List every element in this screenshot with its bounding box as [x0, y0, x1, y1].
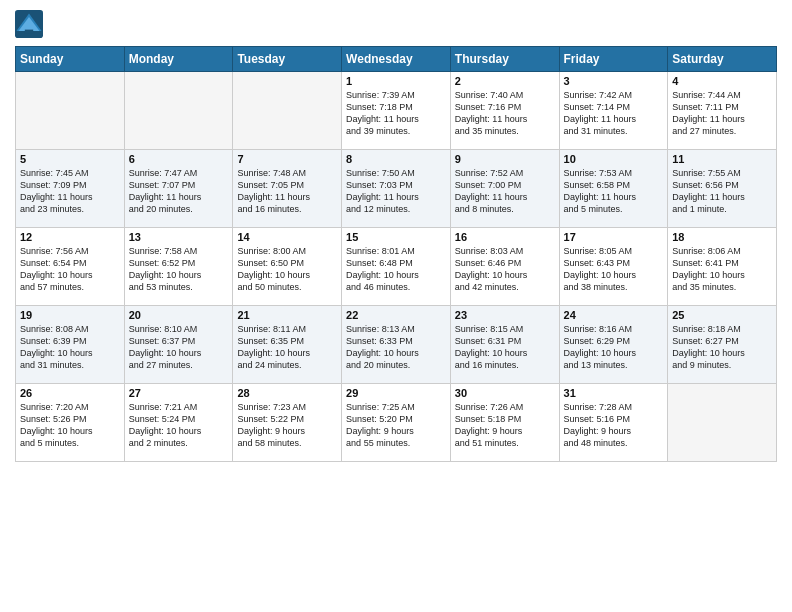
- calendar-cell: 14Sunrise: 8:00 AM Sunset: 6:50 PM Dayli…: [233, 228, 342, 306]
- logo: [15, 10, 46, 38]
- calendar-cell: 25Sunrise: 8:18 AM Sunset: 6:27 PM Dayli…: [668, 306, 777, 384]
- calendar-cell: [16, 72, 125, 150]
- day-info: Sunrise: 8:10 AM Sunset: 6:37 PM Dayligh…: [129, 323, 229, 372]
- calendar-cell: 9Sunrise: 7:52 AM Sunset: 7:00 PM Daylig…: [450, 150, 559, 228]
- weekday-header-friday: Friday: [559, 47, 668, 72]
- calendar-cell: [233, 72, 342, 150]
- calendar-cell: 4Sunrise: 7:44 AM Sunset: 7:11 PM Daylig…: [668, 72, 777, 150]
- day-number: 22: [346, 309, 446, 321]
- day-number: 10: [564, 153, 664, 165]
- calendar-cell: 3Sunrise: 7:42 AM Sunset: 7:14 PM Daylig…: [559, 72, 668, 150]
- day-number: 13: [129, 231, 229, 243]
- day-number: 1: [346, 75, 446, 87]
- day-info: Sunrise: 7:50 AM Sunset: 7:03 PM Dayligh…: [346, 167, 446, 216]
- calendar-cell: 6Sunrise: 7:47 AM Sunset: 7:07 PM Daylig…: [124, 150, 233, 228]
- day-info: Sunrise: 7:23 AM Sunset: 5:22 PM Dayligh…: [237, 401, 337, 450]
- day-number: 24: [564, 309, 664, 321]
- day-number: 14: [237, 231, 337, 243]
- day-info: Sunrise: 8:15 AM Sunset: 6:31 PM Dayligh…: [455, 323, 555, 372]
- day-number: 20: [129, 309, 229, 321]
- weekday-header-thursday: Thursday: [450, 47, 559, 72]
- calendar-cell: 19Sunrise: 8:08 AM Sunset: 6:39 PM Dayli…: [16, 306, 125, 384]
- day-number: 16: [455, 231, 555, 243]
- day-number: 3: [564, 75, 664, 87]
- calendar-cell: 23Sunrise: 8:15 AM Sunset: 6:31 PM Dayli…: [450, 306, 559, 384]
- day-info: Sunrise: 8:16 AM Sunset: 6:29 PM Dayligh…: [564, 323, 664, 372]
- calendar-cell: 7Sunrise: 7:48 AM Sunset: 7:05 PM Daylig…: [233, 150, 342, 228]
- calendar-week-row: 19Sunrise: 8:08 AM Sunset: 6:39 PM Dayli…: [16, 306, 777, 384]
- day-info: Sunrise: 8:01 AM Sunset: 6:48 PM Dayligh…: [346, 245, 446, 294]
- calendar-cell: 16Sunrise: 8:03 AM Sunset: 6:46 PM Dayli…: [450, 228, 559, 306]
- day-number: 27: [129, 387, 229, 399]
- day-number: 31: [564, 387, 664, 399]
- day-info: Sunrise: 7:58 AM Sunset: 6:52 PM Dayligh…: [129, 245, 229, 294]
- day-number: 19: [20, 309, 120, 321]
- day-number: 26: [20, 387, 120, 399]
- calendar-week-row: 26Sunrise: 7:20 AM Sunset: 5:26 PM Dayli…: [16, 384, 777, 462]
- day-number: 9: [455, 153, 555, 165]
- calendar-cell: 17Sunrise: 8:05 AM Sunset: 6:43 PM Dayli…: [559, 228, 668, 306]
- calendar-cell: 29Sunrise: 7:25 AM Sunset: 5:20 PM Dayli…: [342, 384, 451, 462]
- calendar-cell: 13Sunrise: 7:58 AM Sunset: 6:52 PM Dayli…: [124, 228, 233, 306]
- day-info: Sunrise: 7:39 AM Sunset: 7:18 PM Dayligh…: [346, 89, 446, 138]
- calendar-cell: 26Sunrise: 7:20 AM Sunset: 5:26 PM Dayli…: [16, 384, 125, 462]
- svg-rect-3: [25, 30, 33, 34]
- day-number: 21: [237, 309, 337, 321]
- calendar-cell: 5Sunrise: 7:45 AM Sunset: 7:09 PM Daylig…: [16, 150, 125, 228]
- weekday-header-tuesday: Tuesday: [233, 47, 342, 72]
- day-info: Sunrise: 8:18 AM Sunset: 6:27 PM Dayligh…: [672, 323, 772, 372]
- day-info: Sunrise: 7:47 AM Sunset: 7:07 PM Dayligh…: [129, 167, 229, 216]
- calendar-cell: [668, 384, 777, 462]
- day-number: 18: [672, 231, 772, 243]
- day-number: 17: [564, 231, 664, 243]
- weekday-header-monday: Monday: [124, 47, 233, 72]
- calendar-cell: [124, 72, 233, 150]
- day-info: Sunrise: 8:00 AM Sunset: 6:50 PM Dayligh…: [237, 245, 337, 294]
- day-number: 28: [237, 387, 337, 399]
- page-container: SundayMondayTuesdayWednesdayThursdayFrid…: [0, 0, 792, 467]
- calendar-cell: 10Sunrise: 7:53 AM Sunset: 6:58 PM Dayli…: [559, 150, 668, 228]
- calendar-cell: 20Sunrise: 8:10 AM Sunset: 6:37 PM Dayli…: [124, 306, 233, 384]
- calendar-cell: 30Sunrise: 7:26 AM Sunset: 5:18 PM Dayli…: [450, 384, 559, 462]
- calendar-cell: 2Sunrise: 7:40 AM Sunset: 7:16 PM Daylig…: [450, 72, 559, 150]
- day-number: 29: [346, 387, 446, 399]
- calendar-week-row: 5Sunrise: 7:45 AM Sunset: 7:09 PM Daylig…: [16, 150, 777, 228]
- day-number: 25: [672, 309, 772, 321]
- weekday-header-row: SundayMondayTuesdayWednesdayThursdayFrid…: [16, 47, 777, 72]
- calendar-week-row: 12Sunrise: 7:56 AM Sunset: 6:54 PM Dayli…: [16, 228, 777, 306]
- calendar-cell: 22Sunrise: 8:13 AM Sunset: 6:33 PM Dayli…: [342, 306, 451, 384]
- day-info: Sunrise: 7:28 AM Sunset: 5:16 PM Dayligh…: [564, 401, 664, 450]
- day-info: Sunrise: 8:06 AM Sunset: 6:41 PM Dayligh…: [672, 245, 772, 294]
- day-info: Sunrise: 7:44 AM Sunset: 7:11 PM Dayligh…: [672, 89, 772, 138]
- day-number: 7: [237, 153, 337, 165]
- day-info: Sunrise: 7:42 AM Sunset: 7:14 PM Dayligh…: [564, 89, 664, 138]
- day-info: Sunrise: 7:52 AM Sunset: 7:00 PM Dayligh…: [455, 167, 555, 216]
- calendar-cell: 12Sunrise: 7:56 AM Sunset: 6:54 PM Dayli…: [16, 228, 125, 306]
- day-info: Sunrise: 7:56 AM Sunset: 6:54 PM Dayligh…: [20, 245, 120, 294]
- calendar-cell: 31Sunrise: 7:28 AM Sunset: 5:16 PM Dayli…: [559, 384, 668, 462]
- calendar-cell: 24Sunrise: 8:16 AM Sunset: 6:29 PM Dayli…: [559, 306, 668, 384]
- day-number: 30: [455, 387, 555, 399]
- day-number: 12: [20, 231, 120, 243]
- calendar-cell: 18Sunrise: 8:06 AM Sunset: 6:41 PM Dayli…: [668, 228, 777, 306]
- day-info: Sunrise: 7:55 AM Sunset: 6:56 PM Dayligh…: [672, 167, 772, 216]
- calendar-cell: 15Sunrise: 8:01 AM Sunset: 6:48 PM Dayli…: [342, 228, 451, 306]
- day-number: 15: [346, 231, 446, 243]
- day-number: 6: [129, 153, 229, 165]
- calendar-cell: 8Sunrise: 7:50 AM Sunset: 7:03 PM Daylig…: [342, 150, 451, 228]
- day-info: Sunrise: 7:20 AM Sunset: 5:26 PM Dayligh…: [20, 401, 120, 450]
- weekday-header-sunday: Sunday: [16, 47, 125, 72]
- day-info: Sunrise: 7:40 AM Sunset: 7:16 PM Dayligh…: [455, 89, 555, 138]
- day-number: 11: [672, 153, 772, 165]
- day-info: Sunrise: 7:48 AM Sunset: 7:05 PM Dayligh…: [237, 167, 337, 216]
- calendar-cell: 27Sunrise: 7:21 AM Sunset: 5:24 PM Dayli…: [124, 384, 233, 462]
- day-info: Sunrise: 7:45 AM Sunset: 7:09 PM Dayligh…: [20, 167, 120, 216]
- day-info: Sunrise: 7:25 AM Sunset: 5:20 PM Dayligh…: [346, 401, 446, 450]
- calendar-week-row: 1Sunrise: 7:39 AM Sunset: 7:18 PM Daylig…: [16, 72, 777, 150]
- weekday-header-wednesday: Wednesday: [342, 47, 451, 72]
- day-info: Sunrise: 7:26 AM Sunset: 5:18 PM Dayligh…: [455, 401, 555, 450]
- day-number: 2: [455, 75, 555, 87]
- calendar-cell: 28Sunrise: 7:23 AM Sunset: 5:22 PM Dayli…: [233, 384, 342, 462]
- day-number: 4: [672, 75, 772, 87]
- day-info: Sunrise: 8:05 AM Sunset: 6:43 PM Dayligh…: [564, 245, 664, 294]
